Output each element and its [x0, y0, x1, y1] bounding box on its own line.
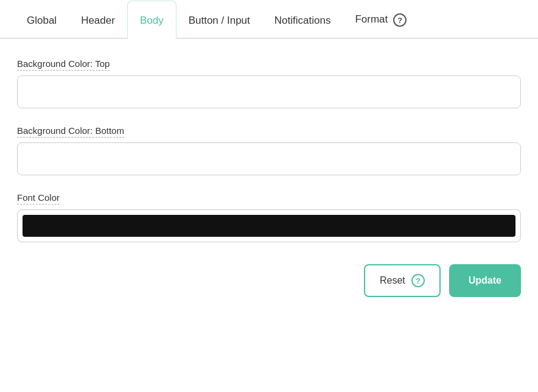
- tab-bar: Global Header Body Button / Input Notifi…: [0, 0, 538, 39]
- font-color-swatch: [23, 215, 515, 237]
- body-tab-content: Background Color: Top Background Color: …: [0, 39, 538, 314]
- font-color-label: Font Color: [17, 192, 60, 205]
- bg-color-bottom-label: Background Color: Bottom: [17, 125, 124, 138]
- font-color-input[interactable]: [17, 209, 521, 242]
- bg-color-bottom-input[interactable]: [17, 142, 521, 175]
- format-help-icon[interactable]: ?: [393, 13, 407, 27]
- bg-color-bottom-field: Background Color: Bottom: [17, 125, 521, 175]
- bg-color-top-label: Background Color: Top: [17, 58, 110, 71]
- action-buttons: Reset ? Update: [17, 259, 521, 297]
- bg-color-top-swatch: [23, 81, 515, 103]
- tab-global[interactable]: Global: [15, 1, 69, 38]
- reset-label: Reset: [380, 275, 405, 286]
- tab-format[interactable]: Format ?: [343, 0, 419, 38]
- bg-color-top-field: Background Color: Top: [17, 58, 521, 108]
- bg-color-top-input[interactable]: [17, 75, 521, 108]
- reset-help-icon[interactable]: ?: [411, 274, 425, 287]
- font-color-field: Font Color: [17, 192, 521, 242]
- tab-notifications[interactable]: Notifications: [262, 1, 343, 38]
- tab-header[interactable]: Header: [69, 1, 127, 38]
- reset-button[interactable]: Reset ?: [364, 264, 441, 297]
- tab-button-input[interactable]: Button / Input: [176, 1, 262, 38]
- tab-body[interactable]: Body: [127, 1, 176, 39]
- bg-color-bottom-swatch: [23, 148, 515, 170]
- update-button[interactable]: Update: [449, 264, 521, 297]
